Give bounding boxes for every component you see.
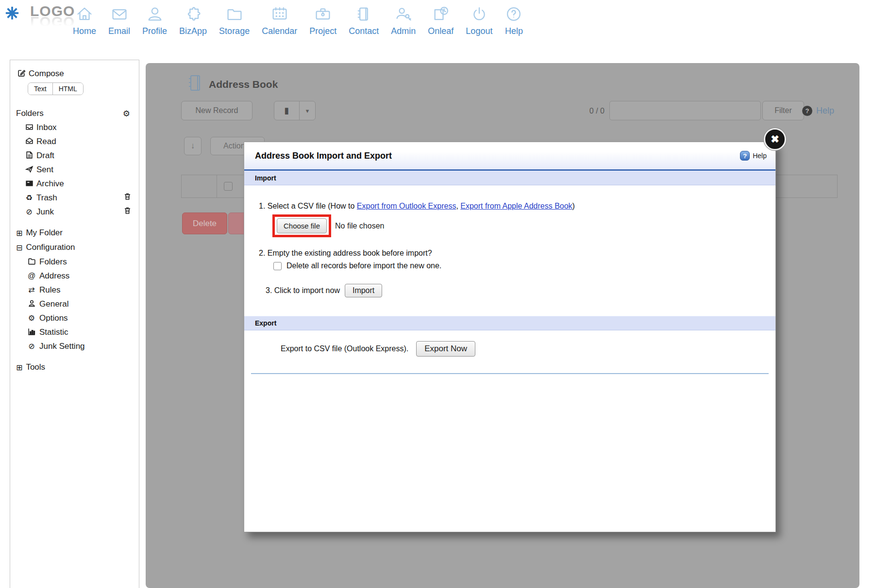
export-text: Export to CSV file (Outlook Express).	[281, 344, 408, 353]
nav-label: Help	[505, 26, 523, 36]
nav-item-project[interactable]: Project	[309, 5, 336, 36]
document-clock-icon	[432, 5, 450, 23]
dialog-help-label: Help	[753, 152, 767, 160]
compose-html-button[interactable]: HTML	[52, 83, 83, 95]
nav-item-email[interactable]: Email	[108, 5, 130, 36]
panel-help-icon: ?	[802, 106, 812, 116]
no-file-chosen-text: No file chosen	[335, 222, 384, 230]
sidebar-item-read[interactable]: Read	[16, 134, 134, 148]
close-icon: ✖	[771, 133, 779, 145]
config-item-options[interactable]: ⚙ Options	[16, 311, 134, 325]
import-step-1: 1. Select a CSV file (How to Export from…	[259, 202, 766, 211]
import-button[interactable]: Import	[345, 284, 382, 297]
choose-file-button[interactable]: Choose file	[277, 218, 327, 233]
puzzle-icon	[184, 5, 202, 23]
nav-item-profile[interactable]: Profile	[142, 5, 167, 36]
sidebar-item-label: Junk	[36, 207, 54, 217]
recycle-icon: ♻	[24, 193, 34, 202]
sidebar-item-sent[interactable]: Sent	[16, 163, 134, 177]
nav-label: Home	[73, 26, 96, 36]
profile-icon	[146, 5, 164, 23]
nav-item-calendar[interactable]: Calendar	[262, 5, 297, 36]
apple-address-book-link[interactable]: Export from Apple Address Book	[460, 202, 572, 210]
dialog-title: Address Book Import and Export	[255, 151, 392, 161]
config-item-label: Rules	[39, 285, 60, 295]
config-item-general[interactable]: General	[16, 297, 134, 311]
sidebar-item-inbox[interactable]: Inbox	[16, 120, 134, 134]
sidebar-item-label: Archive	[36, 179, 64, 189]
nav-item-help[interactable]: Help	[504, 5, 523, 36]
nav-label: BizApp	[179, 26, 207, 36]
empty-trash-icon[interactable]	[124, 193, 131, 203]
expand-icon[interactable]: ⊞	[16, 363, 22, 372]
rules-arrows-icon: ⇄	[26, 285, 37, 294]
book-view-button[interactable]: ▮	[274, 101, 300, 120]
export-section-bottom-divider	[251, 373, 769, 374]
calendar-icon	[270, 5, 289, 23]
config-item-label: General	[39, 299, 68, 309]
view-dropdown-button[interactable]: ▾	[300, 101, 315, 120]
panel-help-link[interactable]: Help	[816, 106, 834, 116]
configuration-label: Configuration	[26, 243, 75, 252]
link-separator: ,	[456, 202, 460, 210]
nav-item-storage[interactable]: Storage	[219, 5, 250, 36]
file-picker-row: Choose file No file chosen	[272, 214, 766, 237]
config-item-folders[interactable]: Folders	[16, 255, 134, 269]
import-section-label: Import	[255, 174, 276, 182]
compose-icon	[16, 69, 27, 79]
delete-records-checkbox[interactable]	[273, 262, 282, 270]
folder-settings-gear-icon[interactable]: ⚙	[123, 109, 130, 119]
nav-item-contact[interactable]: Contact	[349, 5, 379, 36]
config-item-address[interactable]: @ Address	[16, 269, 134, 283]
sidebar-item-archive[interactable]: Archive	[16, 177, 134, 191]
nav-item-bizapp[interactable]: BizApp	[179, 5, 207, 36]
address-book-icon	[187, 74, 203, 92]
nav-label: Storage	[219, 26, 250, 36]
sidebar-item-trash[interactable]: ♻ Trash	[16, 191, 134, 205]
dialog-help-icon: ?	[740, 151, 750, 161]
config-item-label: Address	[39, 271, 69, 281]
notebook-icon	[354, 5, 373, 23]
folder-icon	[225, 5, 244, 23]
bar-chart-icon	[26, 327, 37, 337]
filter-button[interactable]: Filter	[762, 101, 804, 120]
nav-label: Project	[309, 26, 336, 36]
config-item-label: Folders	[39, 257, 67, 267]
export-now-button[interactable]: Export Now	[416, 341, 475, 357]
collapse-icon[interactable]: ⊟	[16, 243, 22, 252]
export-section-header: Export	[244, 316, 775, 330]
power-icon	[470, 5, 488, 23]
sidebar-section-my-folder[interactable]: ⊞ My Folder	[16, 226, 134, 240]
delete-button[interactable]: Delete	[182, 212, 227, 234]
sidebar-section-configuration[interactable]: ⊟ Configuration	[16, 240, 134, 255]
config-item-statistic[interactable]: Statistic	[16, 325, 134, 339]
draft-document-icon	[24, 151, 34, 161]
sidebar-section-tools[interactable]: ⊞ Tools	[16, 360, 134, 375]
outlook-express-link[interactable]: Export from Outlook Express	[357, 202, 456, 210]
close-dialog-button[interactable]: ✖	[764, 128, 786, 150]
config-item-junk-setting[interactable]: ⊘ Junk Setting	[16, 339, 134, 353]
import-section-body: 1. Select a CSV file (How to Export from…	[244, 202, 775, 297]
nav-item-home[interactable]: Home	[73, 5, 96, 36]
step1-text: 1. Select a CSV file (How to	[259, 202, 357, 210]
empty-junk-icon[interactable]	[124, 207, 131, 217]
compose-button[interactable]: Compose	[16, 67, 134, 81]
nav-label: Profile	[142, 26, 167, 36]
sidebar-item-junk[interactable]: ⊘ Junk	[16, 205, 134, 219]
new-record-button[interactable]: New Record	[181, 101, 252, 120]
nav-item-logout[interactable]: Logout	[466, 5, 492, 36]
junk-icon: ⊘	[24, 207, 34, 216]
nav-item-onleaf[interactable]: Onleaf	[428, 5, 454, 36]
dialog-help-link[interactable]: ? Help	[740, 151, 767, 161]
expand-icon[interactable]: ⊞	[16, 229, 22, 238]
sort-button[interactable]: ↓	[184, 137, 202, 155]
config-item-rules[interactable]: ⇄ Rules	[16, 283, 134, 297]
junk-icon: ⊘	[26, 342, 37, 351]
home-icon	[75, 5, 94, 23]
sidebar-item-draft[interactable]: Draft	[16, 148, 134, 163]
search-input[interactable]	[609, 101, 761, 120]
compose-text-button[interactable]: Text	[28, 83, 52, 95]
nav-item-admin[interactable]: Admin	[391, 5, 416, 36]
sidebar-item-label: Draft	[36, 151, 54, 161]
select-all-checkbox[interactable]	[224, 182, 233, 191]
